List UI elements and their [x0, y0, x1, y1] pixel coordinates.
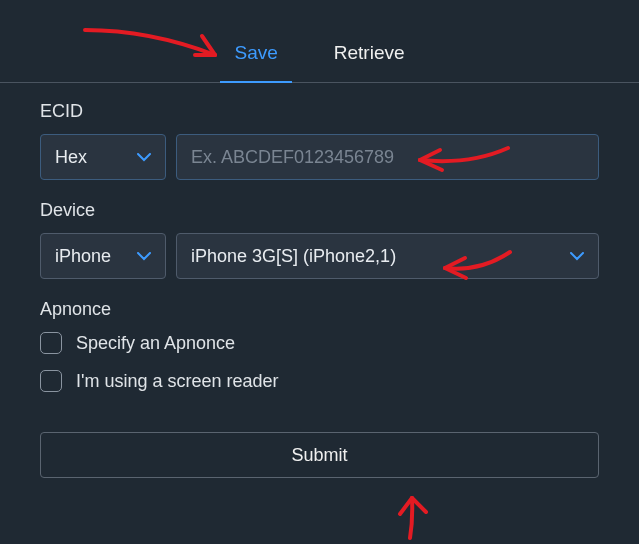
- device-model-select[interactable]: iPhone 3G[S] (iPhone2,1): [176, 233, 599, 279]
- apnonce-group: Apnonce Specify an Apnonce I'm using a s…: [40, 299, 599, 392]
- apnonce-specify-label: Specify an Apnonce: [76, 333, 235, 354]
- apnonce-label: Apnonce: [40, 299, 599, 320]
- screenreader-checkbox[interactable]: [40, 370, 62, 392]
- device-group: Device iPhone iPhone 3G[S] (iPhone2,1): [40, 200, 599, 279]
- tab-save-label: Save: [234, 42, 277, 63]
- tab-save[interactable]: Save: [226, 42, 285, 82]
- device-model-value: iPhone 3G[S] (iPhone2,1): [191, 246, 396, 267]
- ecid-format-select[interactable]: Hex: [40, 134, 166, 180]
- tab-retrieve[interactable]: Retrieve: [326, 42, 413, 82]
- submit-label: Submit: [291, 445, 347, 465]
- form: ECID Hex Device iPhone iPhone 3G[S] (iPh…: [0, 83, 639, 478]
- apnonce-specify-row[interactable]: Specify an Apnonce: [40, 332, 599, 354]
- ecid-format-value: Hex: [55, 147, 87, 168]
- ecid-input[interactable]: [176, 134, 599, 180]
- device-type-select[interactable]: iPhone: [40, 233, 166, 279]
- device-label: Device: [40, 200, 599, 221]
- tab-retrieve-label: Retrieve: [334, 42, 405, 63]
- screenreader-label: I'm using a screen reader: [76, 371, 279, 392]
- chevron-down-icon: [570, 248, 584, 264]
- device-type-value: iPhone: [55, 246, 111, 267]
- chevron-down-icon: [137, 248, 151, 264]
- tab-bar: Save Retrieve: [0, 0, 639, 83]
- ecid-group: ECID Hex: [40, 101, 599, 180]
- chevron-down-icon: [137, 149, 151, 165]
- apnonce-specify-checkbox[interactable]: [40, 332, 62, 354]
- ecid-label: ECID: [40, 101, 599, 122]
- screenreader-row[interactable]: I'm using a screen reader: [40, 370, 599, 392]
- submit-button[interactable]: Submit: [40, 432, 599, 478]
